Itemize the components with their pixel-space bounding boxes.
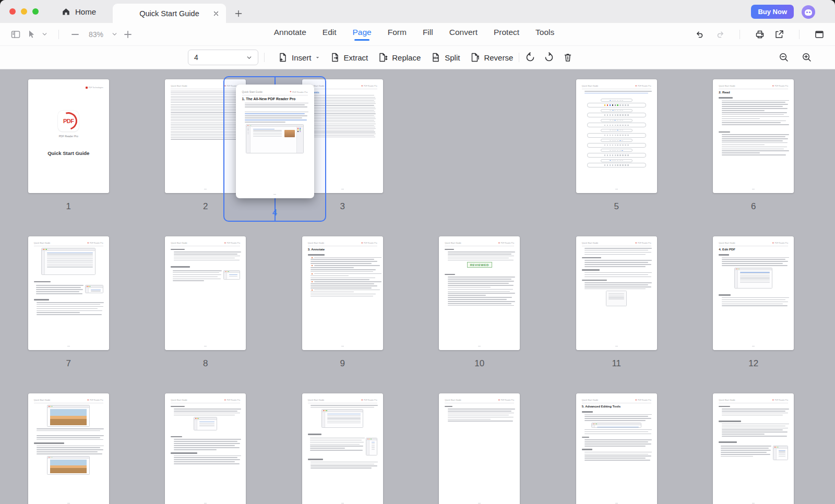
mini-screenshot [194,417,217,430]
divider [58,30,59,39]
menu-tab-page[interactable]: Page [353,28,372,41]
mini-brand-logo-icon: + [224,399,226,402]
zoom-level-value[interactable]: 83% [89,30,103,39]
page-thumbnail-6[interactable]: Quick Start Guide+PDF Reader Pro2. Read [713,79,794,193]
page-thumbnail-14[interactable]: Quick Start Guide+PDF Reader Pro [165,393,246,504]
tab-document-active[interactable]: Quick Start Guide [113,4,226,23]
page-thumbnail-7[interactable]: Quick Start Guide+PDF Reader Pro [28,236,109,350]
page-thumbnail-10[interactable]: Quick Start Guide+PDF Reader ProREVIEWED [439,236,520,350]
cover-title: Quick Start Guide [34,150,103,156]
insert-pages-button[interactable]: Insert [278,52,320,63]
page-thumbnail-8[interactable]: Quick Start Guide+PDF Reader Pro [165,236,246,350]
page-thumbnail-13[interactable]: Quick Start Guide+PDF Reader Pro [28,393,109,504]
menu-tab-tools[interactable]: Tools [535,28,554,41]
menu-tab-convert[interactable]: Convert [449,28,478,41]
zoom-in-plus-icon[interactable] [123,29,133,40]
page-number-label: 5 [614,201,619,212]
menu-tab-label: Tools [535,28,554,37]
new-tab-button[interactable] [234,9,243,18]
action-label: Split [445,53,460,62]
rotate-delete-group [525,52,573,63]
active-tab-underline [496,39,517,41]
active-tab-underline [324,39,335,41]
page-thumbnail-12[interactable]: Quick Start Guide+PDF Reader Pro4. Edit … [713,236,794,350]
menu-tab-fill[interactable]: Fill [423,28,433,41]
page-thumbnail-15[interactable]: Quick Start Guide+PDF Reader Pro [302,393,383,504]
page-thumbnail-16[interactable]: Quick Start Guide+PDF Reader Pro [439,393,520,504]
page-thumbnail-18[interactable]: Quick Start Guide+PDF Reader Pro [713,393,794,504]
minimize-window-button[interactable] [21,8,27,15]
page-number-label: 12 [748,358,758,369]
mini-brand-logo-icon: + [635,399,637,402]
select-tool-icon[interactable] [26,29,37,40]
mini-screenshot [366,438,377,455]
page-thumbnail-9[interactable]: Quick Start Guide+PDF Reader Pro3. Annot… [302,236,383,350]
close-tab-icon[interactable] [212,10,220,17]
empty-thumbnail-cell [411,79,548,236]
page-thumbnail-5[interactable]: Quick Start Guide+PDF Reader Pro [576,79,657,193]
menu-tab-label: Fill [423,28,433,37]
delete-page-icon[interactable] [563,52,573,63]
page-thumbnail-1[interactable]: PDF TechnologiesPDFPDF Reader ProQuick S… [28,79,109,193]
reverse-pages-button[interactable]: Reverse [470,52,513,63]
menu-tab-protect[interactable]: Protect [494,28,519,41]
main-toolbar: 83% AnnotateEditPageFormFillConvertProte… [0,23,835,46]
mini-brand-logo-icon: + [361,242,363,245]
mini-brand-logo-icon: + [361,399,363,402]
page-number-label: 9 [340,358,345,369]
menu-tab-form[interactable]: Form [388,28,407,41]
redo-icon[interactable] [714,29,725,40]
thumbnail-cell: Quick Start Guide+PDF Reader Pro8 [137,236,275,393]
replace-pages-button[interactable]: Replace [378,52,421,63]
zoom-window-button[interactable] [32,8,39,15]
split-pages-button[interactable]: Split [431,52,460,63]
mini-toolbar-figures [582,99,651,167]
print-icon[interactable] [755,29,765,40]
sidebar-panel-icon[interactable] [10,29,21,40]
menu-tab-edit[interactable]: Edit [323,28,337,41]
toolbar-right [695,29,825,40]
rotate-left-icon[interactable] [525,52,535,63]
mini-page-header: Quick Start Guide+PDF Reader Pro [34,399,103,403]
menu-tab-label: Form [388,28,407,37]
mini-brand-logo-icon: + [87,242,89,245]
home-icon [62,7,70,16]
extract-pages-button[interactable]: Extract [330,52,368,63]
zoom-out-minus-icon[interactable] [70,29,80,40]
buy-now-button[interactable]: Buy Now [751,5,794,19]
page-thumbnail-grid: PDF TechnologiesPDFPDF Reader ProQuick S… [0,69,835,504]
page-number-select[interactable]: 4 [188,50,258,65]
mini-screenshot [41,248,96,275]
share-icon[interactable] [774,29,784,40]
select-tool-chevron-icon[interactable] [42,31,47,37]
thumbnails-zoom-in-icon[interactable] [802,52,812,63]
tab-home[interactable]: Home [45,0,113,23]
undo-icon[interactable] [695,29,706,40]
thumbnail-cell: Quick Start Guide+PDF Reader Pro13 [0,393,137,504]
dragged-page-thumbnail[interactable]: Quick Start Guide+PDF Reader Pro1. The A… [236,85,314,198]
page-thumbnail-11[interactable]: Quick Start Guide+PDF Reader Pro [576,236,657,350]
thumbnails-zoom-out-icon[interactable] [779,52,789,63]
account-avatar[interactable] [802,5,815,19]
rotate-right-icon[interactable] [544,52,554,63]
page-thumbnail-17[interactable]: Quick Start Guide+PDF Reader Pro5. Advan… [576,393,657,504]
close-window-button[interactable] [9,8,16,15]
mode-menu: AnnotateEditPageFormFillConvertProtectTo… [274,28,555,41]
menu-tab-annotate[interactable]: Annotate [274,28,306,41]
mini-page-header: Quick Start Guide+PDF Reader Pro [242,90,308,95]
thumbnail-cell: Quick Start Guide+PDF Reader Pro5 [548,79,685,236]
mini-page-header: Quick Start Guide+PDF Reader Pro [582,399,651,403]
thumbnail-cell: Quick Start Guide+PDF Reader ProREVIEWED… [411,236,548,393]
mini-page-header: Quick Start Guide+PDF Reader Pro [171,399,240,403]
mini-page-title: 1. The All-New PDF Reader Pro [242,97,308,102]
mini-brand-logo-icon: + [772,242,774,245]
mini-page-header: Quick Start Guide+PDF Reader Pro [719,85,788,89]
page-layout-icon[interactable] [814,29,825,40]
thumbnail-cell: Quick Start Guide+PDF Reader Pro18 [685,393,822,504]
thumbnail-grid-row: PDF TechnologiesPDFPDF Reader ProQuick S… [0,79,835,236]
thumbnail-grid-row: Quick Start Guide+PDF Reader Pro7Quick S… [0,236,835,393]
divider [799,30,800,39]
page-number-label: 6 [751,201,756,212]
mini-screenshot [321,409,363,428]
zoom-level-chevron-icon[interactable] [112,31,117,37]
